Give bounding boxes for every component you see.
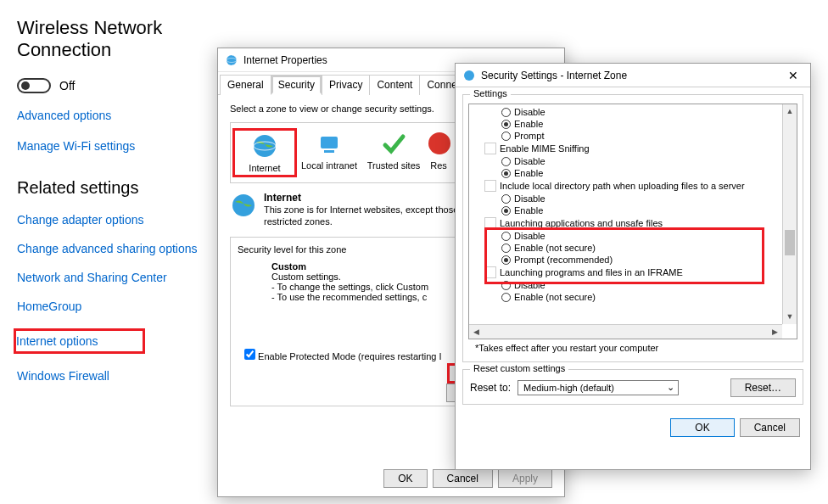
cancel-button[interactable]: Cancel (433, 469, 493, 488)
reset-custom-group: Reset custom settings Reset to: Medium-h… (462, 369, 803, 405)
tab-content[interactable]: Content (369, 75, 420, 95)
radio-icon[interactable] (501, 232, 511, 241)
tree-option[interactable]: Enable (501, 167, 793, 179)
tree-label: Prompt (recommended) (514, 255, 613, 265)
cancel-button[interactable]: Cancel (740, 418, 800, 437)
ss-titlebar[interactable]: Security Settings - Internet Zone ✕ (456, 64, 810, 87)
radio-icon[interactable] (501, 132, 511, 141)
homegroup-link[interactable]: HomeGroup (17, 300, 229, 313)
advanced-options-link[interactable]: Advanced options (17, 109, 229, 122)
tree-option[interactable]: Disable (501, 193, 793, 204)
radio-icon[interactable] (501, 293, 511, 302)
tree-option[interactable]: Prompt (recommended) (501, 254, 793, 266)
setting-category-icon (484, 217, 496, 229)
tree-option[interactable]: Disable (501, 230, 793, 242)
radio-icon[interactable] (501, 244, 511, 253)
zone-name: Internet (264, 192, 301, 204)
tree-option[interactable]: Disable (501, 155, 793, 167)
scroll-down-icon[interactable]: ▼ (783, 310, 797, 324)
reset-to-label: Reset to: (470, 382, 511, 394)
zone-restricted[interactable]: Res (426, 128, 451, 177)
tree-option[interactable]: Disable (501, 106, 793, 118)
restart-footnote: *Takes effect after you restart your com… (475, 343, 791, 353)
tree-label: Disable (514, 231, 545, 241)
apply-button[interactable]: Apply (498, 469, 552, 488)
scroll-right-icon[interactable]: ▶ (768, 325, 782, 339)
tree-label: Prompt (514, 131, 544, 141)
tree-label: Disable (514, 107, 545, 117)
security-settings-dialog: Security Settings - Internet Zone ✕ Sett… (455, 63, 811, 470)
zone-internet[interactable]: Internet (232, 128, 297, 177)
protected-mode-checkbox[interactable]: Enable Protected Mode (requires restarti… (244, 349, 442, 361)
close-icon[interactable]: ✕ (783, 69, 803, 82)
radio-icon[interactable] (501, 108, 511, 117)
reset-to-value: Medium-high (default) (523, 383, 614, 393)
zone-local-intranet[interactable]: Local intranet (297, 128, 361, 177)
tree-heading: Include local directory path when upload… (484, 179, 793, 193)
tree-heading: Enable MIME Sniffing (484, 142, 793, 155)
advanced-sharing-link[interactable]: Change advanced sharing options (17, 242, 229, 255)
settings-group: Settings DisableEnablePromptEnable MIME … (462, 94, 803, 362)
scroll-left-icon[interactable]: ◀ (469, 325, 484, 339)
radio-icon[interactable] (501, 194, 511, 204)
reset-to-select[interactable]: Medium-high (default) (518, 380, 679, 395)
windows-firewall-link[interactable]: Windows Firewall (17, 369, 229, 383)
scroll-thumb[interactable] (785, 230, 795, 255)
tree-label: Disable (514, 156, 545, 166)
checkmark-icon (380, 130, 407, 157)
page-title: Wireless Network Connection (17, 17, 229, 61)
change-adapter-link[interactable]: Change adapter options (17, 213, 229, 227)
tree-label: Enable (not secure) (514, 243, 596, 253)
svg-point-8 (464, 70, 474, 81)
svg-rect-4 (321, 137, 338, 148)
vertical-scrollbar[interactable]: ▲ ▼ (782, 104, 797, 324)
horizontal-scrollbar[interactable]: ◀ ▶ (469, 324, 782, 339)
tree-option[interactable]: Enable (not secure) (501, 291, 793, 303)
protected-mode-input[interactable] (244, 349, 255, 360)
radio-icon[interactable] (501, 169, 511, 178)
ok-button[interactable]: OK (670, 418, 734, 437)
tree-label: Include local directory path when upload… (500, 181, 745, 191)
network-sharing-link[interactable]: Network and Sharing Center (17, 271, 229, 284)
zone-trusted[interactable]: Trusted sites (361, 128, 426, 177)
setting-category-icon (484, 180, 496, 192)
tree-option[interactable]: Enable (501, 118, 793, 130)
tab-general[interactable]: General (220, 75, 271, 95)
tree-label: Launching programs and files in an IFRAM… (500, 267, 683, 277)
radio-icon[interactable] (501, 206, 511, 216)
globe-icon (462, 69, 476, 82)
tree-option[interactable]: Prompt (501, 130, 793, 142)
related-settings-heading: Related settings (17, 178, 229, 198)
related-links: Change adapter options Change advanced s… (17, 213, 229, 383)
tree-heading: Launching programs and files in an IFRAM… (484, 266, 793, 279)
tree-label: Enable (not secure) (514, 292, 596, 302)
radio-icon[interactable] (501, 281, 511, 290)
setting-category-icon (484, 266, 496, 278)
restricted-icon (426, 130, 453, 157)
manage-wifi-link[interactable]: Manage Wi-Fi settings (17, 139, 229, 153)
scroll-up-icon[interactable]: ▲ (783, 104, 797, 119)
reset-group-label: Reset custom settings (470, 363, 568, 373)
tree-option[interactable]: Enable (not secure) (501, 242, 793, 254)
settings-group-label: Settings (470, 88, 511, 98)
tree-label: Disable (514, 193, 545, 204)
tree-option[interactable]: Enable (501, 204, 793, 216)
internet-options-link[interactable]: Internet options (14, 328, 145, 354)
globe-icon (230, 192, 257, 219)
wifi-toggle[interactable] (17, 78, 51, 93)
tree-option[interactable]: Disable (501, 279, 793, 291)
tab-security[interactable]: Security (271, 75, 322, 95)
wifi-settings-panel: Wireless Network Connection Off Advanced… (17, 17, 229, 398)
ok-button[interactable]: OK (383, 469, 427, 488)
radio-icon[interactable] (501, 157, 511, 166)
radio-icon[interactable] (501, 120, 511, 129)
setting-category-icon (484, 143, 496, 154)
radio-icon[interactable] (501, 255, 511, 265)
tab-privacy[interactable]: Privacy (322, 75, 370, 95)
tree-label: Disable (514, 280, 545, 290)
zone-label: Trusted sites (367, 160, 421, 171)
globe-icon (251, 132, 278, 160)
reset-button[interactable]: Reset… (730, 378, 796, 397)
settings-tree[interactable]: DisableEnablePromptEnable MIME SniffingD… (468, 104, 797, 339)
zone-label: Local intranet (301, 160, 357, 171)
